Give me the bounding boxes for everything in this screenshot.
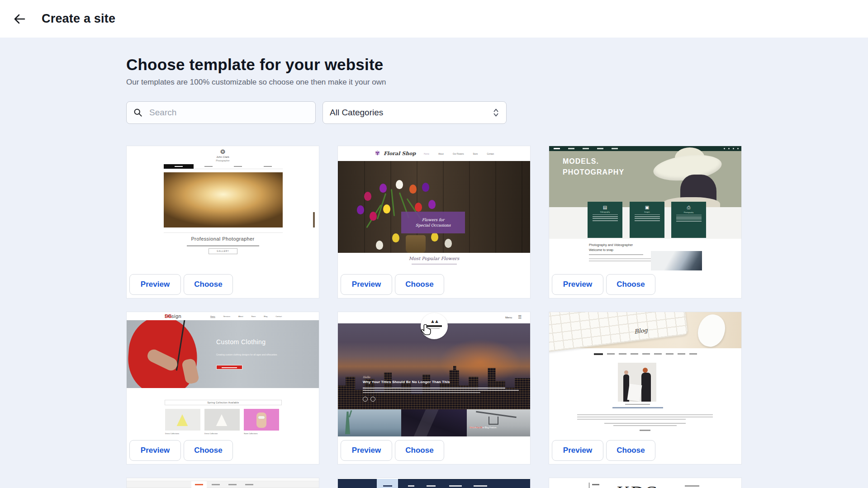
nav-item: [427, 485, 436, 487]
text-line-placeholder: [577, 414, 713, 415]
aperture-logo-icon: ❂: [127, 148, 319, 155]
preview-button[interactable]: Preview: [341, 440, 392, 461]
template-site-role: Photographer: [127, 159, 319, 162]
category-select[interactable]: All Categories: [323, 101, 507, 124]
person: [641, 373, 651, 402]
nav-item: Contact: [487, 153, 494, 155]
template-nav: [549, 353, 741, 355]
choose-button[interactable]: Choose: [606, 440, 655, 461]
gallery-button: GALLERY: [209, 248, 237, 254]
nav-tab: [208, 481, 223, 488]
nav-item: [223, 164, 253, 169]
choose-button[interactable]: Choose: [184, 274, 233, 295]
page-header-title: Create a site: [42, 12, 115, 26]
brand-accent: SG: [165, 313, 172, 319]
desk-cube: [627, 384, 642, 402]
search-box[interactable]: [126, 101, 316, 124]
template-preview-blog-desk: Blog: [549, 312, 741, 436]
text-line-placeholder: [612, 407, 663, 408]
tulip: [364, 192, 371, 201]
feature-title: Videography: [588, 211, 622, 213]
choose-button[interactable]: Choose: [395, 274, 444, 295]
arrow-left-icon: [12, 12, 27, 26]
page-subtitle: Our templates are 100% customizable so c…: [126, 78, 742, 87]
tulip: [422, 183, 429, 192]
image-icon: ▣: [630, 205, 664, 210]
card-actions: Preview Choose: [338, 436, 530, 464]
template-preview-sg-design: SG Design Home Services About Store Blog…: [127, 312, 319, 436]
tulip: [379, 184, 387, 193]
template-brand: Floral Shop: [384, 151, 416, 156]
hero-title-line: MODELS.: [563, 157, 599, 166]
tulip: [357, 205, 364, 214]
hero-title-line: PHOTOGRAPHY: [563, 168, 624, 176]
preview-button[interactable]: Preview: [129, 274, 181, 295]
template-card-photographer: ❂ John Clark Photographer Professional P…: [126, 146, 319, 298]
tulip: [370, 212, 377, 221]
text-line-placeholder: [640, 430, 650, 431]
keyboard: [549, 312, 688, 352]
hero-cta-button: [216, 365, 242, 370]
choose-button[interactable]: Choose: [395, 440, 444, 461]
choose-button[interactable]: Choose: [606, 274, 655, 295]
text-line-placeholder: [187, 245, 259, 246]
social-icon: [733, 148, 734, 149]
preview-button[interactable]: Preview: [552, 440, 603, 461]
template-grid: ❂ John Clark Photographer Professional P…: [126, 146, 742, 488]
preview-button[interactable]: Preview: [552, 274, 603, 295]
nav-item: Services: [223, 315, 230, 318]
nav-tab: [225, 481, 240, 488]
red-dress-hero-photo: Custom Clothing Creating custom clothing…: [127, 320, 319, 388]
card-actions: Preview Choose: [338, 270, 530, 298]
choose-button[interactable]: Choose: [184, 440, 233, 461]
template-card-floral-shop: ✾ Floral Shop Home About Our Flowers Sto…: [337, 146, 531, 298]
desk-photo: Blog: [549, 312, 741, 348]
divider: [589, 483, 589, 488]
feature-title: Photography: [671, 212, 706, 213]
about-title: Welcome to snap: [589, 248, 613, 251]
back-button[interactable]: [10, 9, 29, 28]
feature-title: Images: [630, 211, 664, 213]
preview-button[interactable]: Preview: [129, 440, 181, 461]
template-topbar: [549, 146, 741, 151]
nav-item: Store: [251, 315, 256, 318]
nav-item: Contact: [275, 315, 282, 318]
nav-item: [592, 484, 599, 485]
template-section: [338, 253, 530, 270]
text-line-placeholder: [363, 392, 480, 393]
camera-icon: ⎙: [671, 205, 706, 210]
product-caption: Dress Collection: [204, 432, 218, 435]
tulip: [392, 233, 399, 242]
ski-lift-chair: [489, 417, 498, 425]
tulip: [431, 232, 438, 242]
template-card-navy-nav: Preview Choose: [337, 478, 531, 488]
text-line-placeholder: [427, 325, 442, 327]
template-nav: Home Services About Store Blog Contact: [210, 315, 282, 318]
template-topstrip: [127, 478, 319, 481]
nav-item: About: [438, 153, 444, 155]
search-input[interactable]: [148, 107, 308, 118]
card-actions: Preview Choose: [127, 436, 319, 464]
nav-item: [583, 148, 589, 149]
product-thumb: [244, 409, 279, 431]
template-card-blog-desk: Blog: [549, 312, 742, 464]
nav-item: Home: [424, 153, 429, 155]
template-topbar: [338, 479, 530, 488]
template-card-orange-tabs: Preview Choose: [126, 478, 319, 488]
card-actions: Preview Choose: [549, 436, 741, 464]
hero-subtitle: Creating custom clothing designs for all…: [216, 353, 285, 356]
nav-item-active: [164, 164, 194, 169]
nav-item: [597, 148, 603, 149]
search-icon: [133, 108, 142, 118]
text-line-placeholder: [412, 264, 457, 265]
white-dress: [215, 414, 228, 426]
product-thumb: [165, 409, 200, 431]
preview-button[interactable]: Preview: [341, 274, 392, 295]
thumb-statue-of-liberty: [338, 409, 401, 436]
nav-item: Our Flowers: [453, 153, 464, 155]
nav-item: [612, 148, 618, 149]
feature-card: ⎙ Photography: [671, 202, 706, 238]
hero-greeting: Hello: [363, 375, 370, 379]
nav-item: Home: [210, 315, 215, 318]
banner-line: Special Occasions: [416, 223, 451, 228]
